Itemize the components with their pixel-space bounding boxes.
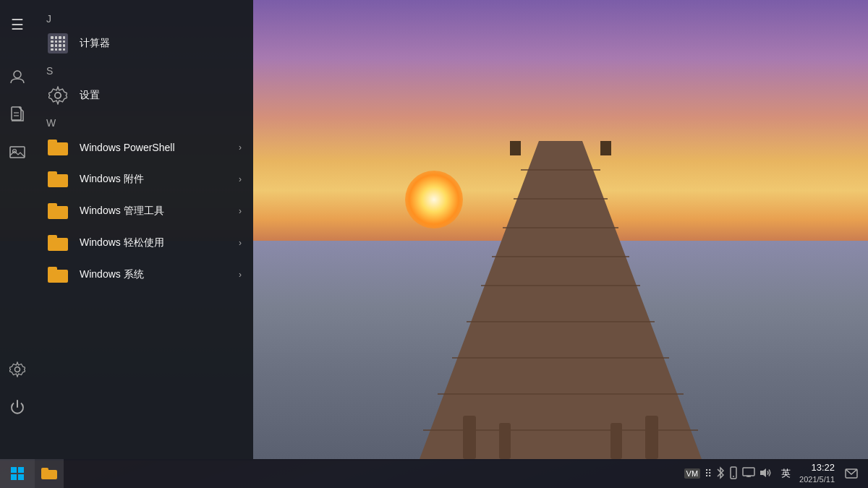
app-item-system[interactable]: Windows 系统 › <box>35 259 253 291</box>
folder-icon-powershell <box>48 140 68 155</box>
section-letter-s: S <box>35 59 253 80</box>
logo-quad-tr <box>18 467 24 473</box>
app-item-settings[interactable]: 设置 <box>35 80 253 111</box>
file-explorer-icon <box>41 468 57 479</box>
svg-rect-19 <box>12 107 21 120</box>
volume-icon <box>760 467 773 479</box>
bluetooth-tray-icon[interactable] <box>716 466 725 481</box>
start-button[interactable] <box>0 459 35 488</box>
app-item-accessories[interactable]: Windows 附件 › <box>35 163 253 195</box>
photos-icon <box>9 144 25 160</box>
powershell-label: Windows PowerShell <box>80 142 229 153</box>
ease-label: Windows 轻松使用 <box>80 236 229 249</box>
calculator-icon-wrapper <box>46 32 69 55</box>
sidebar-icon-documents[interactable] <box>0 97 35 132</box>
app-list: J 计算器 S 设置 W <box>35 0 253 459</box>
accessories-label: Windows 附件 <box>80 173 229 186</box>
app-item-admin-tools[interactable]: Windows 管理工具 › <box>35 195 253 227</box>
user-icon <box>9 69 25 85</box>
logo-quad-bl <box>11 474 17 480</box>
system-label: Windows 系统 <box>80 268 229 281</box>
mobile-icon <box>729 466 738 479</box>
hamburger-button[interactable]: ☰ <box>0 7 35 42</box>
svg-rect-11 <box>600 141 611 155</box>
folder-icon-ease <box>48 235 68 251</box>
svg-rect-10 <box>510 141 521 155</box>
powershell-chevron: › <box>239 142 242 153</box>
vm-tray-icon[interactable]: VM <box>684 468 701 479</box>
volume-tray-icon[interactable] <box>760 467 773 481</box>
folder-icon-admin-tools <box>48 203 68 219</box>
taskbar-right: VM ⠿ <box>684 459 868 488</box>
svg-rect-14 <box>463 416 476 459</box>
svg-rect-15 <box>499 423 511 459</box>
svg-rect-22 <box>10 147 25 158</box>
svg-point-25 <box>55 93 61 98</box>
ease-chevron: › <box>239 238 242 248</box>
svg-point-18 <box>14 71 21 78</box>
notification-button[interactable] <box>841 459 862 488</box>
folder-icon-accessories <box>48 171 68 187</box>
clock-date: 2021/5/11 <box>799 474 835 484</box>
sidebar-icon-power[interactable] <box>0 390 35 424</box>
notification-icon <box>845 467 858 480</box>
logo-quad-tl <box>11 467 17 473</box>
monitor-icon <box>742 467 755 478</box>
accessories-icon-wrapper <box>46 168 69 191</box>
windows-logo-icon <box>11 467 24 480</box>
app-item-powershell[interactable]: Windows PowerShell › <box>35 132 253 163</box>
app-item-calculator[interactable]: 计算器 <box>35 27 253 59</box>
grid-tray-icon[interactable]: ⠿ <box>705 468 712 479</box>
power-icon <box>9 399 25 415</box>
sidebar-icon-photos[interactable] <box>0 134 35 169</box>
phone-tray-icon[interactable] <box>729 466 738 481</box>
pier-svg <box>253 141 868 459</box>
section-letter-w: W <box>35 111 253 132</box>
system-chevron: › <box>239 270 242 280</box>
admin-tools-label: Windows 管理工具 <box>80 205 229 218</box>
calculator-icon <box>48 33 68 53</box>
admin-tools-icon-wrapper <box>46 200 69 223</box>
settings-label: 设置 <box>80 89 242 102</box>
system-tray: VM ⠿ <box>684 466 773 481</box>
svg-marker-31 <box>760 468 766 477</box>
svg-point-24 <box>15 367 20 372</box>
section-letter-j: J <box>35 7 253 27</box>
settings-icon-wrapper <box>46 84 69 107</box>
logo-quad-br <box>18 474 24 480</box>
ease-icon-wrapper <box>46 231 69 254</box>
svg-rect-28 <box>743 468 754 476</box>
svg-marker-0 <box>420 141 702 459</box>
powershell-icon-wrapper <box>46 136 69 159</box>
settings-app-icon <box>48 86 67 105</box>
sidebar-icon-settings[interactable] <box>0 352 35 387</box>
clock-display[interactable]: 13:22 2021/5/11 <box>799 462 835 484</box>
sidebar-icons: ☰ <box>0 0 35 459</box>
system-icon-wrapper <box>46 263 69 286</box>
folder-icon-system <box>48 267 68 283</box>
sidebar-bottom <box>0 352 35 424</box>
clock-time: 13:22 <box>799 462 835 474</box>
calculator-label: 计算器 <box>80 37 242 50</box>
svg-rect-17 <box>610 423 622 459</box>
document-icon <box>10 106 25 122</box>
app-item-ease-of-access[interactable]: Windows 轻松使用 › <box>35 227 253 259</box>
svg-rect-16 <box>645 416 658 459</box>
taskbar: VM ⠿ <box>0 459 868 488</box>
language-indicator[interactable]: 英 <box>778 467 793 480</box>
admin-tools-chevron: › <box>239 206 242 216</box>
start-menu: ☰ <box>0 0 253 459</box>
sidebar-icon-user[interactable] <box>0 59 35 94</box>
hamburger-icon: ☰ <box>11 16 24 33</box>
monitor-tray-icon[interactable] <box>742 467 755 480</box>
accessories-chevron: › <box>239 174 242 184</box>
settings-sidebar-icon <box>9 361 25 377</box>
file-explorer-button[interactable] <box>35 459 64 488</box>
bluetooth-icon <box>716 466 725 479</box>
